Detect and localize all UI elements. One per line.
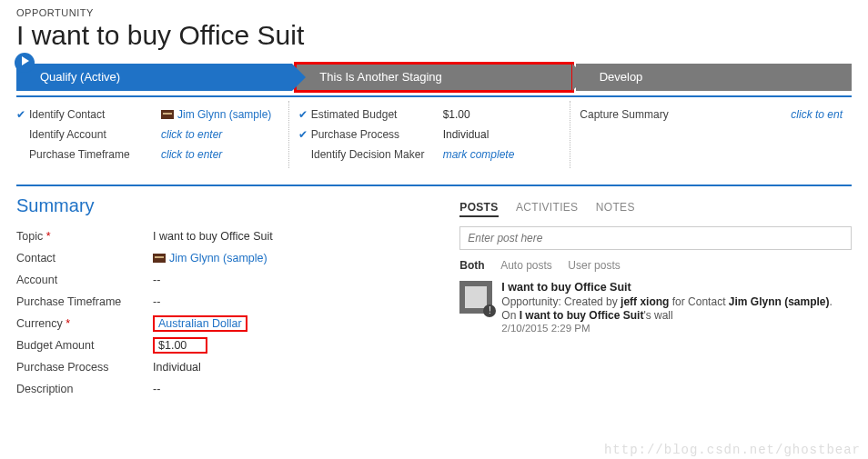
stage-develop[interactable]: Develop: [576, 64, 852, 91]
check-icon: ✔: [298, 108, 311, 121]
entity-label: OPPORTUNITY: [16, 0, 852, 18]
tab-activities[interactable]: ACTIVITIES: [516, 201, 578, 214]
account-value[interactable]: --: [153, 274, 160, 286]
currency-value[interactable]: Australian Dollar: [153, 315, 247, 332]
contact-link[interactable]: Jim Glynn (sample): [177, 108, 271, 121]
post-title[interactable]: I want to buy Office Suit: [501, 281, 833, 294]
currency-label: Currency *: [16, 317, 153, 330]
post-input[interactable]: [459, 226, 852, 250]
field-label: Purchase Process: [311, 128, 443, 141]
purchase-process-label: Purchase Process: [16, 361, 153, 374]
develop-column: Capture Summary click to ent: [570, 101, 852, 168]
field-label: Purchase Timeframe: [29, 148, 161, 161]
post-timestamp: 2/10/2015 2:29 PM: [501, 323, 833, 334]
stage-details: ✔ Identify Contact Jim Glynn (sample) Id…: [16, 101, 852, 168]
posts-panel: POSTS ACTIVITIES NOTES Both Auto posts U…: [450, 195, 852, 400]
qualify-column: ✔ Identify Contact Jim Glynn (sample) Id…: [16, 101, 288, 168]
purchase-timeframe-input[interactable]: click to enter: [161, 148, 222, 161]
purchase-process-value[interactable]: Individual: [443, 128, 490, 141]
active-stage-flag-icon: [15, 53, 35, 73]
check-icon: ✔: [298, 128, 311, 141]
budget-amount-label: Budget Amount: [16, 339, 153, 352]
topic-value[interactable]: I want to buy Office Suit: [153, 230, 273, 243]
filter-user-posts[interactable]: User posts: [568, 259, 620, 272]
opportunity-post-icon: [459, 281, 492, 314]
contact-label: Contact: [16, 252, 153, 264]
post-line-1: Opportunity: Created by jeff xiong for C…: [501, 295, 833, 308]
purchase-timeframe-value[interactable]: --: [153, 295, 160, 308]
filter-auto-posts[interactable]: Auto posts: [500, 259, 552, 272]
estimated-budget-value[interactable]: $1.00: [443, 108, 470, 121]
tab-posts[interactable]: POSTS: [459, 201, 498, 217]
account-label: Account: [16, 274, 153, 286]
watermark: http://blog.csdn.net/ghostbear: [604, 443, 861, 457]
filter-both[interactable]: Both: [459, 259, 484, 272]
field-label: Identify Decision Maker: [311, 148, 443, 161]
post-line-2: On I want to buy Office Suit's wall: [501, 309, 833, 322]
staging-column: ✔ Estimated Budget $1.00 ✔ Purchase Proc…: [288, 101, 570, 168]
stage-another-staging[interactable]: This Is Another Staging: [296, 64, 571, 91]
capture-summary-input[interactable]: click to ent: [712, 108, 843, 121]
summary-panel: Summary Topic * I want to buy Office Sui…: [16, 195, 450, 400]
budget-amount-value[interactable]: $1.00: [153, 337, 207, 354]
purchase-process-value[interactable]: Individual: [153, 361, 201, 374]
topic-label: Topic *: [16, 230, 153, 243]
contact-link[interactable]: Jim Glynn (sample): [169, 252, 267, 264]
purchase-timeframe-label: Purchase Timeframe: [16, 295, 153, 308]
contact-card-icon: [153, 254, 166, 263]
record-title: I want to buy Office Suit: [16, 20, 852, 51]
field-label: Identify Account: [29, 128, 161, 141]
tab-notes[interactable]: NOTES: [596, 201, 635, 214]
field-label: Capture Summary: [580, 108, 712, 121]
post-filters: Both Auto posts User posts: [459, 259, 852, 272]
description-label: Description: [16, 383, 153, 395]
description-value[interactable]: --: [153, 383, 160, 395]
summary-heading: Summary: [16, 195, 450, 216]
field-label: Estimated Budget: [311, 108, 443, 121]
stage-underline: [16, 95, 852, 97]
check-icon: ✔: [16, 108, 29, 121]
process-stages: Qualify (Active) This Is Another Staging…: [16, 64, 852, 91]
mark-complete-link[interactable]: mark complete: [443, 148, 515, 161]
stage-qualify[interactable]: Qualify (Active): [16, 64, 292, 91]
activity-tabs: POSTS ACTIVITIES NOTES: [459, 201, 852, 217]
identify-account-input[interactable]: click to enter: [161, 128, 222, 141]
contact-card-icon: [161, 110, 174, 119]
section-separator: [16, 185, 852, 186]
post-item: I want to buy Office Suit Opportunity: C…: [459, 281, 852, 334]
field-label: Identify Contact: [29, 108, 161, 121]
